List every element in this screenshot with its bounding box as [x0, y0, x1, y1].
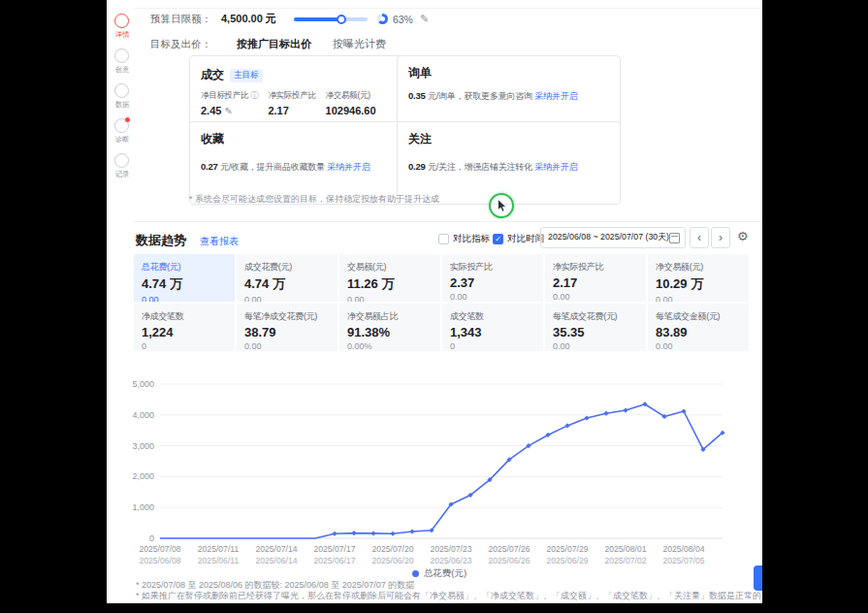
bidding-row: 目标及出价： 按推广目标出价 按曝光计费 [150, 37, 386, 51]
metric-mv: 38.79 [244, 325, 330, 339]
metric-ms: 0.00 [244, 341, 330, 351]
budget-progress-slider[interactable] [294, 17, 368, 21]
svg-text:1,000: 1,000 [132, 502, 154, 512]
metric-value: 102946.60 [326, 105, 376, 116]
svg-text:2025/06/23: 2025/06/23 [430, 556, 471, 565]
metric-ml: 净成交笔数 [142, 310, 227, 323]
svg-text:2025/07/20: 2025/07/20 [371, 544, 413, 554]
metric-ms: 0 [450, 341, 535, 351]
metric-ms: 0.00 [450, 292, 535, 302]
budget-progress-handle[interactable] [337, 15, 346, 24]
settings-gear-icon[interactable]: ⚙ [737, 229, 749, 243]
metric-mv: 4.74 万 [244, 275, 330, 293]
svg-text:2025/08/04: 2025/08/04 [662, 544, 704, 554]
chart-legend: 总花费(元) [131, 567, 748, 580]
metric-value: 2.45 [201, 105, 221, 116]
metric-mv: 1,343 [450, 325, 535, 339]
metric-ml: 净交易额(元) [656, 261, 741, 274]
metric-ml: 净实际投产比 [553, 261, 638, 274]
document-icon [114, 14, 129, 28]
tab-bid-by-goal[interactable]: 按推广目标出价 [237, 37, 311, 51]
anchor-item-记录[interactable]: 记录 [109, 153, 135, 179]
budget-progress-fill [294, 17, 341, 21]
tab-bid-by-exposure[interactable]: 按曝光计费 [333, 37, 386, 51]
floating-panel-tab[interactable] [754, 565, 762, 591]
series-marker-icon [412, 570, 419, 577]
data-icon [114, 83, 129, 98]
plan-detail-page: 详情创意数据诊断记录 预算日限额： 4,500.00 元 63% ✎ 目标及出价… [107, 0, 762, 603]
metric-ml: 实际投产比 [450, 261, 535, 274]
trend-metric-card-7[interactable]: 净成交笔数1,2240 [134, 304, 235, 351]
trend-metric-card-3[interactable]: 交易额(元)11.26 万0.00 [339, 254, 440, 302]
metric-ms: 0.00 [553, 341, 638, 351]
trend-metric-card-10[interactable]: 成交笔数1,3430 [442, 304, 543, 351]
trend-metric-card-8[interactable]: 每笔净成交花费(元)38.790.00 [237, 304, 338, 351]
date-range-text: 2025/06/08 ~ 2025/07/07 (30天) [548, 232, 669, 243]
budget-row: 预算日限额： 4,500.00 元 63% ✎ [150, 12, 429, 26]
anchor-item-创意[interactable]: 创意 [109, 48, 135, 75]
red-dot-badge [125, 117, 130, 122]
metric-ml: 总花费(元) [142, 261, 227, 274]
compare-time-checkbox[interactable]: ✓ 对比时间 [493, 233, 544, 245]
compare-metric-checkbox[interactable]: 对比指标 [438, 233, 490, 245]
metric-ml: 净交易额占比 [347, 310, 433, 323]
goal-metric-actual-roi: 净实际投产比 2.17 [268, 90, 315, 116]
adopt-enable-link[interactable]: 采纳并开启 [534, 91, 577, 101]
svg-text:2025/06/11: 2025/06/11 [198, 556, 240, 565]
next-period-button[interactable]: › [711, 227, 730, 248]
adopt-enable-link[interactable]: 采纳并开启 [534, 162, 577, 172]
top-divider [134, 8, 760, 9]
trend-metric-card-12[interactable]: 每笔成交金额(元)83.890.00 [648, 304, 749, 351]
anchor-item-数据[interactable]: 数据 [109, 83, 135, 110]
svg-text:2025/06/08: 2025/06/08 [139, 556, 180, 565]
view-report-link[interactable]: 查看报表 [200, 236, 239, 246]
prev-period-button[interactable]: ‹ [690, 227, 709, 248]
legend-label: 总花费(元) [424, 567, 466, 580]
footnote-disclaimer: * 如果推广在暂停或删除前已经获得了曝光，那么在暂停或删除后可能会有「净交易额」… [136, 591, 761, 601]
anchor-nav: 详情创意数据诊断记录 [109, 14, 135, 179]
trend-metric-card-4[interactable]: 实际投产比2.370.00 [442, 254, 543, 302]
metric-ms: 0.00 [142, 295, 227, 302]
diagnose-icon [114, 118, 129, 133]
svg-text:2025/06/20: 2025/06/20 [371, 556, 413, 565]
metric-ms: 0.00 [553, 292, 638, 302]
metric-ms: 0.00 [656, 295, 741, 302]
trend-metric-card-11[interactable]: 每笔成交花费(元)35.350.00 [545, 304, 646, 351]
svg-text:2025/07/11: 2025/07/11 [198, 544, 240, 554]
trend-metric-card-5[interactable]: 净实际投产比2.170.00 [545, 254, 646, 302]
compare-time-label: 对比时间 [507, 233, 544, 245]
section-divider [134, 221, 760, 222]
metric-mv: 11.26 万 [347, 275, 433, 293]
edit-roi-icon[interactable]: ✎ [224, 106, 232, 116]
adopt-enable-link[interactable]: 采纳并开启 [327, 162, 370, 172]
anchor-item-诊断[interactable]: 诊断 [109, 118, 135, 145]
metric-ml: 成交花费(元) [244, 261, 330, 274]
svg-text:2025/07/17: 2025/07/17 [313, 544, 355, 554]
trend-line-chart: 01,0002,0003,0004,0005,0002025/07/082025… [131, 376, 748, 568]
compare-metric-label: 对比指标 [453, 233, 490, 245]
mouse-cursor-icon [497, 199, 510, 213]
goal-card-title: 询单 [408, 65, 609, 81]
trend-metric-card-2[interactable]: 成交花费(元)4.74 万0.00 [237, 254, 338, 302]
metric-mv: 2.17 [553, 275, 638, 290]
trend-metric-grid: 总花费(元)4.74 万0.00成交花费(元)4.74 万0.00交易额(元)1… [134, 254, 749, 351]
anchor-item-详情[interactable]: 详情 [109, 14, 135, 40]
goal-desc: 元/收藏，提升商品收藏数量 [220, 162, 325, 172]
svg-text:2025/07/23: 2025/07/23 [430, 544, 471, 554]
goal-card-metrics: 净目标投产比ⓘ 2.45✎ 净实际投产比 2.17 净交易额(元) 102946… [201, 90, 401, 116]
trend-metric-card-6[interactable]: 净交易额(元)10.29 万0.00 [648, 254, 749, 302]
date-range-picker[interactable]: 2025/06/08 ~ 2025/07/07 (30天) [540, 227, 686, 248]
metric-label: 净实际投产比 [268, 90, 315, 102]
info-icon[interactable]: ⓘ [250, 90, 258, 100]
metric-ms: 0.00 [656, 341, 741, 351]
trend-metric-card-9[interactable]: 净交易额占比91.38%0.00% [339, 304, 440, 351]
footnote-compare: * 2025/07/08 至 2025/08/06 的数据较: 2025/06/… [136, 580, 761, 591]
svg-text:2025/06/14: 2025/06/14 [255, 556, 297, 565]
trend-metric-card-1[interactable]: 总花费(元)4.74 万0.00 [134, 254, 235, 302]
svg-text:4,000: 4,000 [132, 410, 154, 420]
anchor-item-label: 创意 [114, 65, 128, 75]
svg-text:2025/07/14: 2025/07/14 [255, 544, 297, 554]
anchor-item-label: 详情 [114, 30, 128, 40]
goal-price: 0.29 [408, 161, 426, 172]
edit-budget-icon[interactable]: ✎ [420, 13, 429, 25]
